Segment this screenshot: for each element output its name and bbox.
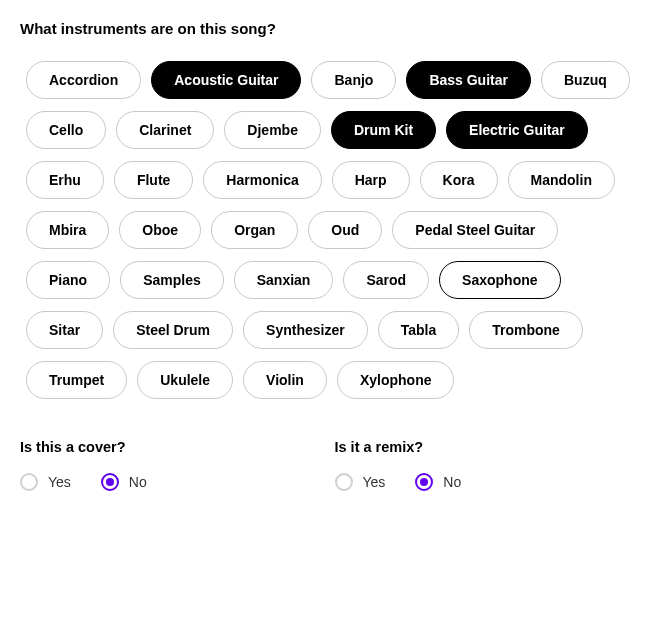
radio-label: No [443, 474, 461, 490]
instrument-chip[interactable]: Drum Kit [331, 111, 436, 149]
instruments-chip-group: AccordionAcoustic GuitarBanjoBass Guitar… [20, 61, 637, 399]
instrument-chip[interactable]: Electric Guitar [446, 111, 588, 149]
instrument-chip[interactable]: Trombone [469, 311, 583, 349]
radio-icon [415, 473, 433, 491]
radio-icon [335, 473, 353, 491]
radio-icon [20, 473, 38, 491]
instrument-chip[interactable]: Saxophone [439, 261, 560, 299]
instrument-chip[interactable]: Pedal Steel Guitar [392, 211, 558, 249]
cover-question: Is this a cover? [20, 439, 323, 455]
instrument-chip[interactable]: Sarod [343, 261, 429, 299]
remix-question: Is it a remix? [335, 439, 638, 455]
radio-icon [101, 473, 119, 491]
instrument-chip[interactable]: Buzuq [541, 61, 630, 99]
remix-section: Is it a remix? Yes No [335, 439, 638, 491]
instrument-chip[interactable]: Tabla [378, 311, 460, 349]
instrument-chip[interactable]: Trumpet [26, 361, 127, 399]
remix-radio-group: Yes No [335, 473, 638, 491]
instrument-chip[interactable]: Bass Guitar [406, 61, 531, 99]
radio-label: No [129, 474, 147, 490]
remix-radio-no[interactable]: No [415, 473, 461, 491]
instrument-chip[interactable]: Mbira [26, 211, 109, 249]
instrument-chip[interactable]: Flute [114, 161, 193, 199]
instruments-question: What instruments are on this song? [20, 20, 637, 37]
instrument-chip[interactable]: Samples [120, 261, 224, 299]
instrument-chip[interactable]: Piano [26, 261, 110, 299]
instrument-chip[interactable]: Erhu [26, 161, 104, 199]
instrument-chip[interactable]: Mandolin [508, 161, 615, 199]
radio-label: Yes [48, 474, 71, 490]
cover-radio-no[interactable]: No [101, 473, 147, 491]
instrument-chip[interactable]: Steel Drum [113, 311, 233, 349]
instrument-chip[interactable]: Acoustic Guitar [151, 61, 301, 99]
instrument-chip[interactable]: Cello [26, 111, 106, 149]
cover-radio-yes[interactable]: Yes [20, 473, 71, 491]
cover-radio-group: Yes No [20, 473, 323, 491]
instrument-chip[interactable]: Synthesizer [243, 311, 368, 349]
instrument-chip[interactable]: Djembe [224, 111, 321, 149]
instrument-chip[interactable]: Violin [243, 361, 327, 399]
cover-section: Is this a cover? Yes No [20, 439, 323, 491]
instrument-chip[interactable]: Clarinet [116, 111, 214, 149]
instrument-chip[interactable]: Organ [211, 211, 298, 249]
instrument-chip[interactable]: Harp [332, 161, 410, 199]
instrument-chip[interactable]: Oboe [119, 211, 201, 249]
instrument-chip[interactable]: Banjo [311, 61, 396, 99]
instrument-chip[interactable]: Accordion [26, 61, 141, 99]
instrument-chip[interactable]: Sanxian [234, 261, 334, 299]
instrument-chip[interactable]: Sitar [26, 311, 103, 349]
instrument-chip[interactable]: Xylophone [337, 361, 455, 399]
instrument-chip[interactable]: Oud [308, 211, 382, 249]
instrument-chip[interactable]: Harmonica [203, 161, 321, 199]
instrument-chip[interactable]: Ukulele [137, 361, 233, 399]
secondary-questions-row: Is this a cover? Yes No Is it a remix? Y… [20, 439, 637, 491]
instrument-chip[interactable]: Kora [420, 161, 498, 199]
remix-radio-yes[interactable]: Yes [335, 473, 386, 491]
radio-label: Yes [363, 474, 386, 490]
